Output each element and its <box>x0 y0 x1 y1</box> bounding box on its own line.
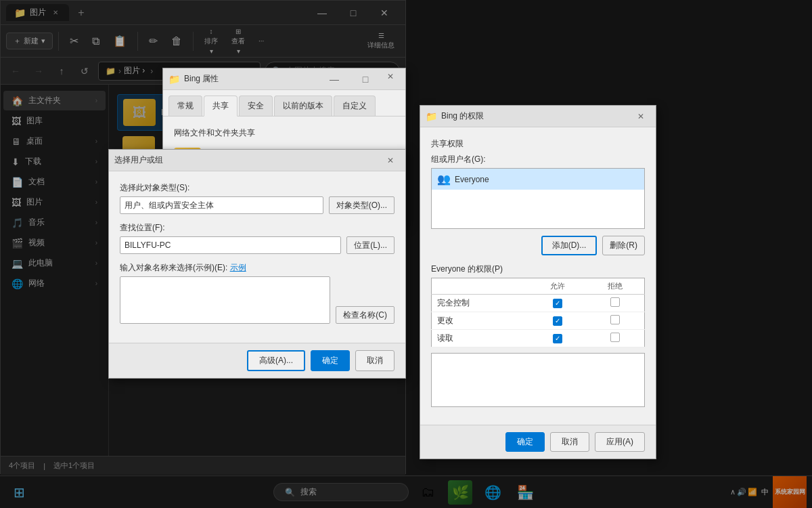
checkbox-deny-modify[interactable] <box>610 315 620 324</box>
tab-share[interactable]: 共享 <box>204 96 238 117</box>
remove-user-btn[interactable]: 删除(R) <box>602 236 645 255</box>
perm-allow-modify[interactable]: ✓ <box>529 312 587 330</box>
select-user-dialog: 选择用户或组 ✕ 选择此对象类型(S): 用户、组或内置安全主体 对象类型(O)… <box>108 149 406 379</box>
perm-name-full: 完全控制 <box>432 295 529 312</box>
checkbox-allow-modify[interactable]: ✓ <box>553 316 562 326</box>
bing-perms-footer: 确定 取消 应用(A) <box>420 425 656 459</box>
perm-deny-modify[interactable] <box>586 312 644 330</box>
bing-props-controls: — □ ✕ <box>319 67 400 91</box>
object-type-value: 用户、组或内置安全主体 <box>125 200 214 211</box>
bing-perms-title-icon: 📁 <box>426 111 437 122</box>
perms-empty-area <box>431 353 645 407</box>
perm-deny-full[interactable] <box>586 295 644 312</box>
shared-perms-label: 共享权限 <box>431 138 645 150</box>
perm-name-read: 读取 <box>432 330 529 347</box>
table-row: 读取 ✓ <box>432 330 645 347</box>
perm-allow-full[interactable]: ✓ <box>529 295 587 312</box>
bing-props-section-title: 网络文件和文件夹共享 <box>174 127 394 139</box>
input-name-input-row: 检查名称(C) <box>120 276 394 324</box>
location-label: 查找位置(F): <box>120 222 394 234</box>
table-row: 完全控制 ✓ <box>432 295 645 312</box>
bing-props-tabs: 常规 共享 安全 以前的版本 自定义 <box>163 90 405 117</box>
object-type-label: 选择此对象类型(S): <box>120 182 394 194</box>
perms-list-item-everyone[interactable]: 👥 Everyone <box>432 169 644 190</box>
perm-deny-read[interactable] <box>586 330 644 347</box>
bing-props-title-text: Bing 属性 <box>184 73 315 85</box>
bing-props-title-icon: 📁 <box>168 74 180 85</box>
bing-props-minimize-btn[interactable]: — <box>319 67 350 91</box>
select-user-content: 选择此对象类型(S): 用户、组或内置安全主体 对象类型(O)... 查找位置(… <box>109 171 405 343</box>
checkbox-allow-full[interactable]: ✓ <box>553 299 562 308</box>
select-user-titlebar: 选择用户或组 ✕ <box>109 150 405 171</box>
check-names-btn[interactable]: 检查名称(C) <box>336 306 394 324</box>
location-input: BILLYFU-PC <box>120 236 341 254</box>
select-user-footer: 高级(A)... 确定 取消 <box>109 343 405 378</box>
checkbox-allow-read[interactable]: ✓ <box>553 334 562 343</box>
select-user-close-btn[interactable]: ✕ <box>381 151 400 170</box>
bing-props-titlebar: 📁 Bing 属性 — □ ✕ <box>163 68 405 90</box>
bing-perms-title-text: Bing 的权限 <box>441 110 627 122</box>
advanced-btn[interactable]: 高级(A)... <box>247 350 305 371</box>
example-link[interactable]: 示例 <box>230 263 246 272</box>
tab-general[interactable]: 常规 <box>168 96 202 116</box>
bing-perms-content: 共享权限 组或用户名(G): 👥 Everyone 添加(D)... 删除(R)… <box>420 127 656 425</box>
bing-props-maximize-btn[interactable]: □ <box>350 67 381 91</box>
location-input-row: BILLYFU-PC 位置(L)... <box>120 236 394 254</box>
input-name-label: 输入对象名称来选择(示例)(E): 示例 <box>120 262 394 274</box>
perms-col-name <box>432 278 529 295</box>
checkbox-deny-full[interactable] <box>610 297 620 307</box>
object-type-input: 用户、组或内置安全主体 <box>120 196 323 214</box>
bing-perms-ok-btn[interactable]: 确定 <box>505 432 545 452</box>
perms-user-list: 👥 Everyone <box>431 168 645 229</box>
name-input-field[interactable] <box>120 276 330 324</box>
perms-for-label: Everyone 的权限(P) <box>431 263 645 275</box>
add-user-btn[interactable]: 添加(D)... <box>541 236 597 255</box>
select-user-title-text: 选择用户或组 <box>114 154 377 166</box>
bing-perms-apply-btn[interactable]: 应用(A) <box>595 432 645 452</box>
select-user-ok-btn[interactable]: 确定 <box>311 350 350 371</box>
object-type-input-row: 用户、组或内置安全主体 对象类型(O)... <box>120 196 394 214</box>
table-row: 更改 ✓ <box>432 312 645 330</box>
bing-perms-close-btn[interactable]: ✕ <box>631 107 650 126</box>
tab-security[interactable]: 安全 <box>239 96 273 116</box>
bing-perms-dialog: 📁 Bing 的权限 ✕ 共享权限 组或用户名(G): 👥 Everyone 添… <box>420 105 656 459</box>
bing-perms-titlebar: 📁 Bing 的权限 ✕ <box>420 106 656 127</box>
form-input-name-row: 输入对象名称来选择(示例)(E): 示例 检查名称(C) <box>120 262 394 324</box>
input-label-text: 输入对象名称来选择(示例)(E): <box>120 263 227 272</box>
tab-previous-versions[interactable]: 以前的版本 <box>274 96 332 116</box>
select-user-cancel-btn[interactable]: 取消 <box>355 350 394 371</box>
perm-name-modify: 更改 <box>432 312 529 330</box>
perm-allow-read[interactable]: ✓ <box>529 330 587 347</box>
tab-custom[interactable]: 自定义 <box>334 96 376 116</box>
location-btn[interactable]: 位置(L)... <box>346 236 394 254</box>
location-value: BILLYFU-PC <box>125 240 171 250</box>
bing-perms-cancel-btn[interactable]: 取消 <box>550 432 589 452</box>
perms-col-allow: 允许 <box>529 278 587 295</box>
everyone-user-icon: 👥 <box>437 173 451 186</box>
checkbox-deny-read[interactable] <box>610 333 620 342</box>
form-location-row: 查找位置(F): BILLYFU-PC 位置(L)... <box>120 222 394 254</box>
everyone-label: Everyone <box>455 175 489 184</box>
form-object-type-row: 选择此对象类型(S): 用户、组或内置安全主体 对象类型(O)... <box>120 182 394 214</box>
bing-props-close-btn[interactable]: ✕ <box>381 67 400 86</box>
object-type-btn[interactable]: 对象类型(O)... <box>329 196 394 214</box>
perms-action-row: 添加(D)... 删除(R) <box>431 236 645 255</box>
perms-table: 允许 拒绝 完全控制 ✓ 更改 ✓ 读取 ✓ <box>431 278 645 347</box>
group-label: 组或用户名(G): <box>431 154 645 165</box>
perms-col-deny: 拒绝 <box>586 278 644 295</box>
